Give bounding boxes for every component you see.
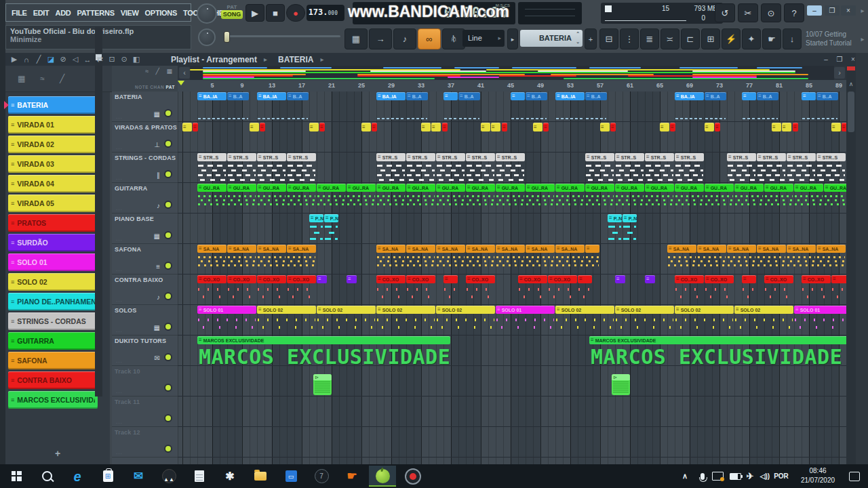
pattern-clip[interactable]: ≡SA..NA [376,244,406,274]
pattern-item[interactable]: ≡VIRADA 03 [8,155,98,173]
clip-header[interactable]: ≡GU..RA [675,184,704,192]
clip-header[interactable]: ≡STR..S [227,153,256,161]
pattern-clip[interactable]: ≡ [317,274,327,305]
clip-header[interactable]: ≡GU..RA [526,184,555,192]
pattern-item[interactable]: ≡VIRADA 02 [8,136,98,153]
clip-header[interactable]: ≡ [660,123,669,131]
clip-header[interactable]: ≡ [842,123,846,131]
clip-header[interactable]: ≡B..A [227,92,249,100]
clip-header[interactable]: ≡B..A [406,92,428,100]
clip-header[interactable]: ≡ [802,92,816,100]
pattern-clip[interactable]: ≡ [705,122,714,152]
pattern-clip[interactable]: ≡SA..NA [496,244,525,274]
pattern-clip[interactable]: ≡B..A [526,92,547,122]
clip-header[interactable]: ≡SA..NA [555,245,585,253]
clip-header[interactable]: ≡B..A [287,92,309,100]
cut-tool-button[interactable]: ✂ [738,3,758,22]
clip-header[interactable]: ≡GU..RA [705,184,734,192]
clip-header[interactable]: ≡ [309,123,319,131]
pattern-clip[interactable]: ≡SOLO 02 [675,305,734,336]
pattern-clip[interactable]: ≡GU..RA [466,183,495,214]
pattern-clip[interactable]: ≡SA..NA [555,244,585,274]
pattern-clip[interactable]: ≡ [193,122,198,152]
tray-language[interactable]: POR [773,466,789,487]
clip-header[interactable]: ≡ [831,275,846,283]
file-explorer-icon[interactable] [247,466,274,487]
clip-header[interactable]: ≡ [533,123,542,131]
track-mute-led[interactable] [164,292,172,300]
notification-center-icon[interactable] [846,466,863,487]
clip-header[interactable]: ≡GU..RA [555,184,585,192]
clip-header[interactable]: ≡CO..XO [376,275,406,283]
pattern-clip[interactable]: ≡STR..S [496,152,525,183]
pattern-clip[interactable]: ≡B..A [757,92,778,122]
clip-header[interactable]: ≡ [511,92,525,100]
pattern-clip[interactable]: ≡GU..RA [197,183,226,214]
select-tool-icon[interactable]: ⊡ [107,55,117,64]
pattern-clip[interactable]: ≡CO..XO [705,274,734,305]
clip-header[interactable]: ≡GU..RA [197,184,226,192]
clip-header[interactable]: ≡SOLO 02 [376,306,435,314]
track-mute-led[interactable] [164,323,172,331]
clip-header[interactable]: ≡ [317,275,327,283]
playlist-restore-button[interactable]: ❐ [834,54,845,63]
pattern-clip[interactable]: ≡SA..NA [406,244,435,274]
touch-button[interactable]: ☛ [762,28,781,49]
clip-header[interactable]: ≡SA..NA [667,245,696,253]
pattern-clip[interactable]: ≡ [782,122,791,152]
picker-tabs[interactable]: ▦≈╱ [5,66,122,92]
clip-header[interactable]: ≡SA..NA [287,245,316,253]
clip-header[interactable]: ≡SA..NA [466,245,495,253]
menu-patterns[interactable]: PATTERNS [77,9,114,17]
pattern-item[interactable]: ≡SOLO 01 [8,253,98,271]
clip-header[interactable]: ≡ [250,123,259,131]
clip-header[interactable]: ≡GU..RA [436,184,465,192]
clip-header[interactable]: ≡ [610,123,616,131]
clip-header[interactable]: ≡ [831,123,841,131]
pattern-clip[interactable]: ≡STR..S [757,152,786,183]
pattern-clip[interactable]: ≡CO..XO [227,274,256,305]
pattern-clip[interactable]: ≡STR..S [227,152,256,183]
pattern-clip[interactable]: ≡STR..S [257,152,286,183]
clip-header[interactable]: ≡ [431,123,441,131]
audio-clip[interactable]: ⊳ [612,374,630,395]
track-header[interactable]: SOLOS▦... [112,305,178,336]
pattern-item[interactable]: ≡PIANO DE..PANHAMENTO [8,293,98,310]
pattern-clip[interactable]: ≡ [772,122,781,152]
clip-header[interactable]: ≡B..A [458,92,480,100]
pattern-clip[interactable]: ≡ [645,274,655,305]
picker-tab-1[interactable]: ≈ [40,74,45,83]
close-button[interactable]: × [841,5,856,16]
tray-battery-icon[interactable] [727,466,743,487]
pattern-clip[interactable]: ≡SA..NA [436,244,465,274]
pattern-clip[interactable]: ≡SA..NA [526,244,555,274]
clip-header[interactable]: ≡STR..S [376,153,406,161]
clip-header[interactable]: ≡STR..S [787,153,816,161]
menu-file[interactable]: FILE [12,9,27,17]
clip-header[interactable]: ≡ [793,123,798,131]
playback-tool-icon[interactable]: ◧ [132,55,141,64]
clip-header[interactable]: ≡ [715,123,720,131]
photos-icon[interactable]: ▲▲ [155,466,182,487]
settings-icon[interactable]: ✱ [216,466,243,487]
pattern-clip[interactable]: ≡SOLO 02 [615,305,674,336]
clip-header[interactable]: ≡SOLO 02 [257,306,316,314]
tray-chevron-icon[interactable]: ∧ [677,466,693,487]
delete-tool-icon[interactable]: ⊘ [58,55,68,64]
pattern-clip[interactable]: ≡CO..XO [548,274,577,305]
clip-header[interactable]: ≡ [193,123,198,131]
menu-options[interactable]: OPTIONS [145,9,177,17]
clip-header[interactable]: ≡BA..IA [675,92,704,100]
clip-header[interactable]: ≡B..A [816,92,838,100]
pattern-clip[interactable]: ≡GU..RA [317,183,346,214]
edge-icon[interactable]: e [64,466,91,487]
pattern-clip[interactable]: ≡P..NTO [324,214,338,244]
pattern-clip[interactable]: ≡ [670,122,675,152]
clip-header[interactable]: ≡GU..RA [615,184,644,192]
clip-header[interactable]: ≡CO..XO [675,275,704,283]
pattern-clip[interactable]: ≡ [491,122,500,152]
clip-header[interactable]: ≡SA..NA [787,245,816,253]
pattern-clip[interactable]: ≡STR..S [816,152,846,183]
clip-header[interactable]: ≡STR..S [675,153,704,161]
hint-arrow-icon[interactable]: ▸ [859,34,867,44]
